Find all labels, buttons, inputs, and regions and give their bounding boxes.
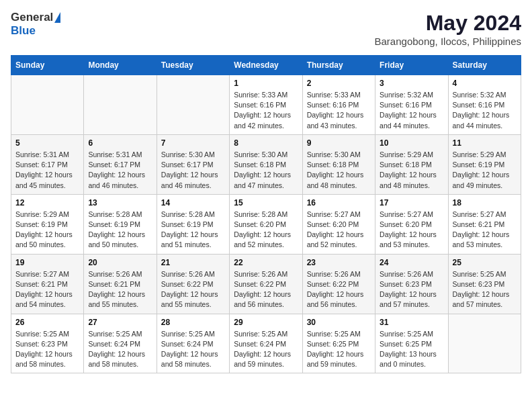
day-number: 10	[380, 138, 443, 148]
calendar-title: May 2024	[375, 11, 521, 36]
calendar-cell: 1Sunrise: 5:33 AM Sunset: 6:16 PM Daylig…	[230, 75, 302, 135]
day-info: Sunrise: 5:25 AM Sunset: 6:24 PM Dayligh…	[88, 329, 152, 370]
calendar-cell: 29Sunrise: 5:25 AM Sunset: 6:24 PM Dayli…	[230, 314, 302, 373]
day-info: Sunrise: 5:25 AM Sunset: 6:24 PM Dayligh…	[161, 329, 225, 370]
logo-general-text: General	[11, 11, 53, 24]
calendar-cell: 14Sunrise: 5:28 AM Sunset: 6:19 PM Dayli…	[157, 194, 229, 254]
day-info: Sunrise: 5:26 AM Sunset: 6:22 PM Dayligh…	[234, 269, 298, 310]
day-info: Sunrise: 5:33 AM Sunset: 6:16 PM Dayligh…	[307, 90, 371, 131]
calendar-cell: 26Sunrise: 5:25 AM Sunset: 6:23 PM Dayli…	[11, 314, 84, 373]
day-info: Sunrise: 5:25 AM Sunset: 6:23 PM Dayligh…	[15, 329, 79, 370]
calendar-cell: 11Sunrise: 5:29 AM Sunset: 6:19 PM Dayli…	[448, 134, 521, 194]
calendar-cell: 19Sunrise: 5:27 AM Sunset: 6:21 PM Dayli…	[11, 254, 84, 314]
day-info: Sunrise: 5:25 AM Sunset: 6:24 PM Dayligh…	[234, 329, 298, 370]
day-number: 24	[380, 258, 443, 267]
day-info: Sunrise: 5:32 AM Sunset: 6:16 PM Dayligh…	[380, 90, 443, 131]
day-number: 9	[307, 138, 371, 148]
day-info: Sunrise: 5:28 AM Sunset: 6:19 PM Dayligh…	[88, 210, 152, 250]
calendar-cell	[84, 75, 157, 135]
calendar-cell: 2Sunrise: 5:33 AM Sunset: 6:16 PM Daylig…	[302, 75, 375, 135]
calendar-cell: 28Sunrise: 5:25 AM Sunset: 6:24 PM Dayli…	[157, 314, 229, 373]
day-info: Sunrise: 5:25 AM Sunset: 6:23 PM Dayligh…	[453, 269, 517, 310]
day-info: Sunrise: 5:30 AM Sunset: 6:18 PM Dayligh…	[307, 150, 371, 191]
weekday-header-row: SundayMondayTuesdayWednesdayThursdayFrid…	[11, 56, 521, 75]
day-info: Sunrise: 5:31 AM Sunset: 6:17 PM Dayligh…	[15, 150, 79, 191]
calendar-cell: 24Sunrise: 5:26 AM Sunset: 6:23 PM Dayli…	[375, 254, 448, 314]
day-number: 21	[161, 258, 225, 267]
day-info: Sunrise: 5:26 AM Sunset: 6:22 PM Dayligh…	[161, 269, 225, 310]
day-number: 16	[307, 198, 371, 208]
calendar-cell	[11, 75, 84, 135]
calendar-cell: 17Sunrise: 5:27 AM Sunset: 6:20 PM Dayli…	[375, 194, 448, 254]
week-row-4: 19Sunrise: 5:27 AM Sunset: 6:21 PM Dayli…	[11, 254, 521, 314]
day-number: 26	[15, 318, 79, 327]
day-number: 28	[161, 318, 225, 327]
calendar-cell: 4Sunrise: 5:32 AM Sunset: 6:16 PM Daylig…	[448, 75, 521, 135]
calendar-cell: 27Sunrise: 5:25 AM Sunset: 6:24 PM Dayli…	[84, 314, 157, 373]
calendar-table: SundayMondayTuesdayWednesdayThursdayFrid…	[11, 55, 521, 373]
day-info: Sunrise: 5:26 AM Sunset: 6:23 PM Dayligh…	[380, 269, 443, 310]
week-row-3: 12Sunrise: 5:29 AM Sunset: 6:19 PM Dayli…	[11, 194, 521, 254]
day-info: Sunrise: 5:27 AM Sunset: 6:20 PM Dayligh…	[307, 210, 371, 250]
day-info: Sunrise: 5:26 AM Sunset: 6:21 PM Dayligh…	[88, 269, 152, 310]
day-info: Sunrise: 5:29 AM Sunset: 6:19 PM Dayligh…	[453, 150, 517, 191]
calendar-cell: 20Sunrise: 5:26 AM Sunset: 6:21 PM Dayli…	[84, 254, 157, 314]
day-info: Sunrise: 5:27 AM Sunset: 6:21 PM Dayligh…	[15, 269, 79, 310]
calendar-cell: 9Sunrise: 5:30 AM Sunset: 6:18 PM Daylig…	[302, 134, 375, 194]
day-number: 14	[161, 198, 225, 208]
day-number: 23	[307, 258, 371, 267]
day-info: Sunrise: 5:26 AM Sunset: 6:22 PM Dayligh…	[307, 269, 371, 310]
day-number: 30	[307, 318, 371, 327]
day-number: 15	[234, 198, 298, 208]
week-row-1: 1Sunrise: 5:33 AM Sunset: 6:16 PM Daylig…	[11, 75, 521, 135]
day-number: 22	[234, 258, 298, 267]
day-number: 11	[453, 138, 517, 148]
calendar-cell: 30Sunrise: 5:25 AM Sunset: 6:25 PM Dayli…	[302, 314, 375, 373]
day-info: Sunrise: 5:27 AM Sunset: 6:20 PM Dayligh…	[380, 210, 443, 250]
weekday-header-thursday: Thursday	[302, 56, 375, 75]
day-number: 27	[88, 318, 152, 327]
day-info: Sunrise: 5:30 AM Sunset: 6:18 PM Dayligh…	[234, 150, 298, 191]
weekday-header-sunday: Sunday	[11, 56, 84, 75]
day-number: 12	[15, 198, 79, 208]
day-number: 13	[88, 198, 152, 208]
day-number: 5	[15, 138, 79, 148]
weekday-header-tuesday: Tuesday	[157, 56, 229, 75]
calendar-cell: 7Sunrise: 5:30 AM Sunset: 6:17 PM Daylig…	[157, 134, 229, 194]
day-info: Sunrise: 5:30 AM Sunset: 6:17 PM Dayligh…	[161, 150, 225, 191]
day-info: Sunrise: 5:25 AM Sunset: 6:25 PM Dayligh…	[380, 329, 443, 370]
calendar-cell	[448, 314, 521, 373]
weekday-header-saturday: Saturday	[448, 56, 521, 75]
calendar-cell: 25Sunrise: 5:25 AM Sunset: 6:23 PM Dayli…	[448, 254, 521, 314]
calendar-cell: 3Sunrise: 5:32 AM Sunset: 6:16 PM Daylig…	[375, 75, 448, 135]
title-block: May 2024 Barangobong, Ilocos, Philippine…	[375, 11, 521, 47]
calendar-cell: 5Sunrise: 5:31 AM Sunset: 6:17 PM Daylig…	[11, 134, 84, 194]
day-info: Sunrise: 5:28 AM Sunset: 6:19 PM Dayligh…	[161, 210, 225, 250]
day-number: 8	[234, 138, 298, 148]
day-info: Sunrise: 5:29 AM Sunset: 6:18 PM Dayligh…	[380, 150, 443, 191]
day-info: Sunrise: 5:32 AM Sunset: 6:16 PM Dayligh…	[453, 90, 517, 131]
calendar-cell: 6Sunrise: 5:31 AM Sunset: 6:17 PM Daylig…	[84, 134, 157, 194]
calendar-cell: 10Sunrise: 5:29 AM Sunset: 6:18 PM Dayli…	[375, 134, 448, 194]
calendar-cell: 18Sunrise: 5:27 AM Sunset: 6:21 PM Dayli…	[448, 194, 521, 254]
day-number: 4	[453, 79, 517, 88]
day-number: 3	[380, 79, 443, 88]
day-info: Sunrise: 5:31 AM Sunset: 6:17 PM Dayligh…	[88, 150, 152, 191]
weekday-header-wednesday: Wednesday	[230, 56, 302, 75]
day-info: Sunrise: 5:27 AM Sunset: 6:21 PM Dayligh…	[453, 210, 517, 250]
logo: General Blue	[11, 11, 60, 38]
calendar-cell	[157, 75, 229, 135]
calendar-cell: 21Sunrise: 5:26 AM Sunset: 6:22 PM Dayli…	[157, 254, 229, 314]
calendar-subtitle: Barangobong, Ilocos, Philippines	[375, 36, 521, 47]
calendar-cell: 16Sunrise: 5:27 AM Sunset: 6:20 PM Dayli…	[302, 194, 375, 254]
logo-blue-text: Blue	[11, 24, 36, 38]
week-row-2: 5Sunrise: 5:31 AM Sunset: 6:17 PM Daylig…	[11, 134, 521, 194]
day-number: 29	[234, 318, 298, 327]
day-number: 7	[161, 138, 225, 148]
calendar-cell: 23Sunrise: 5:26 AM Sunset: 6:22 PM Dayli…	[302, 254, 375, 314]
day-number: 17	[380, 198, 443, 208]
day-info: Sunrise: 5:33 AM Sunset: 6:16 PM Dayligh…	[234, 90, 298, 131]
day-number: 31	[380, 318, 443, 327]
calendar-cell: 8Sunrise: 5:30 AM Sunset: 6:18 PM Daylig…	[230, 134, 302, 194]
calendar-cell: 12Sunrise: 5:29 AM Sunset: 6:19 PM Dayli…	[11, 194, 84, 254]
